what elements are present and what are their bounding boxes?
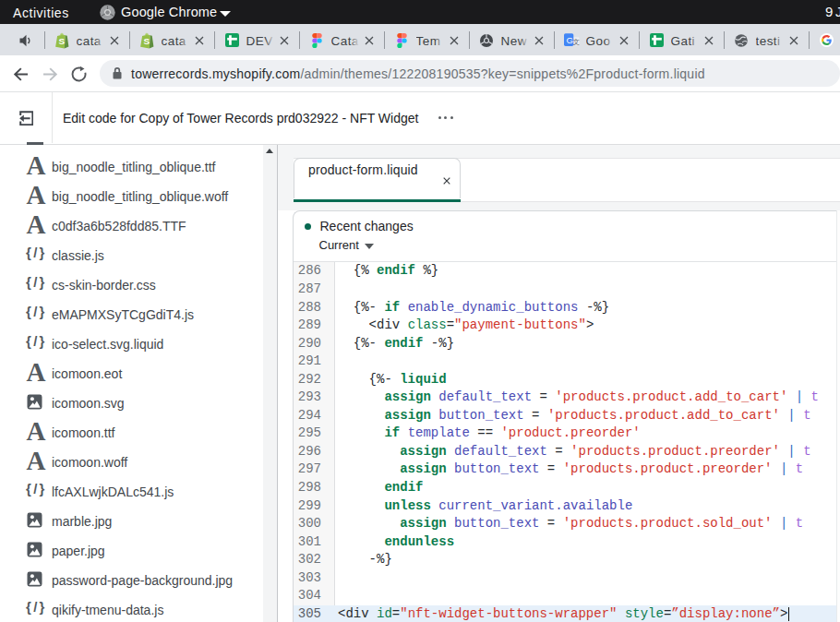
svg-text:G: G — [566, 35, 572, 45]
svg-text:S: S — [59, 37, 66, 47]
svg-text:S: S — [144, 37, 150, 47]
svg-text:文: 文 — [573, 38, 580, 46]
